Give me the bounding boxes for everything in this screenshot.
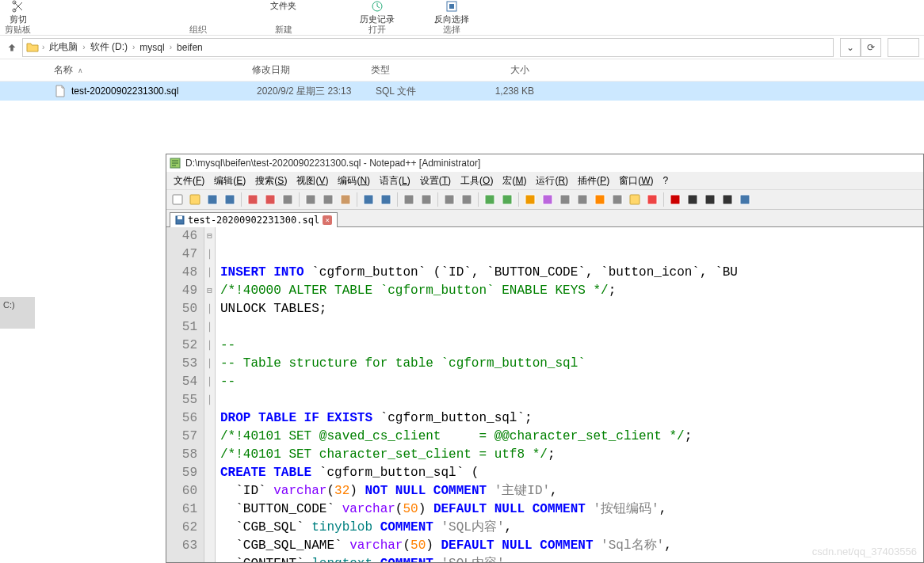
menu-item[interactable]: 插件(P) xyxy=(574,173,613,189)
svg-rect-7 xyxy=(190,195,200,204)
play-multi-icon[interactable] xyxy=(720,192,735,207)
menu-item[interactable]: 语言(L) xyxy=(376,173,414,189)
sync-v-icon[interactable] xyxy=(482,192,498,207)
menu-item[interactable]: 搜索(S) xyxy=(251,173,291,189)
svg-rect-23 xyxy=(502,195,512,204)
save-macro-icon[interactable] xyxy=(737,192,753,207)
svg-rect-15 xyxy=(341,195,350,204)
rec-icon[interactable] xyxy=(667,192,683,207)
column-date[interactable]: 修改日期 xyxy=(252,63,371,77)
chevron-down-icon: ⌄ xyxy=(846,42,854,53)
zoom-out-icon[interactable] xyxy=(459,192,475,207)
play-icon[interactable] xyxy=(702,192,718,207)
menu-item[interactable]: 宏(M) xyxy=(498,173,530,189)
zoom-in-icon[interactable] xyxy=(441,192,457,207)
toolbar xyxy=(166,189,923,210)
menu-item[interactable]: ? xyxy=(659,173,672,188)
cut-icon[interactable] xyxy=(303,192,319,207)
svg-rect-28 xyxy=(595,195,605,204)
breadcrumb-seg-1[interactable]: 软件 (D:) xyxy=(86,40,132,54)
svg-rect-38 xyxy=(178,216,182,219)
svg-rect-34 xyxy=(705,195,715,204)
column-headers: 名称∧ 修改日期 类型 大小 xyxy=(0,59,924,82)
svg-rect-4 xyxy=(449,4,454,9)
nav-tree-item[interactable]: C:) xyxy=(0,297,35,329)
file-name: test-20200902231300.sql xyxy=(71,86,257,97)
close-icon[interactable] xyxy=(245,192,261,207)
monitor-icon[interactable] xyxy=(644,192,660,207)
ribbon-invert-select[interactable]: 反向选择 xyxy=(434,0,469,25)
menu-item[interactable]: 工具(O) xyxy=(456,173,497,189)
tab-bar: test-20200902231300.sql × xyxy=(166,210,923,227)
save-icon[interactable] xyxy=(204,192,220,207)
svg-rect-22 xyxy=(485,195,494,204)
code-editor[interactable]: 464748495051525354555657585960616263 ⊟││… xyxy=(166,227,923,562)
refresh-button[interactable]: ⟳ xyxy=(861,38,881,57)
svg-rect-10 xyxy=(248,195,258,204)
menu-item[interactable]: 视图(V) xyxy=(292,173,332,189)
file-row[interactable]: test-20200902231300.sql 2020/9/2 星期三 23:… xyxy=(0,82,924,101)
doc-map-icon[interactable] xyxy=(592,192,608,207)
column-type[interactable]: 类型 xyxy=(371,63,458,77)
watermark: csdn.net/qq_37403556 xyxy=(812,542,917,561)
folder-view-icon[interactable] xyxy=(627,192,643,207)
breadcrumb-seg-0[interactable]: 此电脑 xyxy=(44,40,82,54)
undo-icon[interactable] xyxy=(361,192,376,207)
svg-rect-35 xyxy=(723,195,732,204)
print-icon[interactable] xyxy=(280,192,296,207)
svg-rect-33 xyxy=(688,195,697,204)
replace-icon[interactable] xyxy=(418,192,434,207)
wrap-icon[interactable] xyxy=(522,192,538,207)
redo-icon[interactable] xyxy=(378,192,394,207)
chars-icon[interactable] xyxy=(540,192,556,207)
column-name[interactable]: 名称∧ xyxy=(54,63,252,77)
menu-item[interactable]: 窗口(W) xyxy=(615,173,657,189)
line-gutter: 464748495051525354555657585960616263 xyxy=(166,227,204,562)
ribbon-cut[interactable]: 剪切 xyxy=(10,0,27,25)
lang-icon[interactable] xyxy=(575,192,590,207)
dropdown-button[interactable]: ⌄ xyxy=(840,38,861,57)
menu-item[interactable]: 编码(N) xyxy=(334,173,374,189)
window-titlebar[interactable]: D:\mysql\beifen\test-20200902231300.sql … xyxy=(166,154,923,172)
menu-item[interactable]: 设置(T) xyxy=(416,173,455,189)
find-icon[interactable] xyxy=(401,192,417,207)
indent-icon[interactable] xyxy=(557,192,573,207)
code-content[interactable]: INSERT INTO `cgform_button` (`ID`, `BUTT… xyxy=(216,227,923,562)
menu-item[interactable]: 文件(F) xyxy=(170,173,208,189)
fold-column: ⊟││⊟││││││ xyxy=(204,227,216,562)
sync-h-icon[interactable] xyxy=(499,192,515,207)
close-all-icon[interactable] xyxy=(262,192,278,207)
svg-rect-20 xyxy=(445,195,454,204)
new-file-icon[interactable] xyxy=(170,192,185,207)
file-date: 2020/9/2 星期三 23:13 xyxy=(257,85,376,98)
svg-rect-36 xyxy=(740,195,750,204)
breadcrumb-seg-3[interactable]: beifen xyxy=(172,42,208,53)
menu-bar: 文件(F)编辑(E)搜索(S)视图(V)编码(N)语言(L)设置(T)工具(O)… xyxy=(166,172,923,189)
up-button[interactable] xyxy=(5,40,19,55)
breadcrumb[interactable]: › 此电脑 › 软件 (D:) › mysql › beifen xyxy=(22,38,834,57)
close-icon[interactable]: × xyxy=(323,215,332,225)
menu-item[interactable]: 编辑(E) xyxy=(210,173,250,189)
column-size[interactable]: 大小 xyxy=(458,63,529,77)
paste-icon[interactable] xyxy=(338,192,353,207)
file-tab[interactable]: test-20200902231300.sql × xyxy=(170,212,338,227)
ribbon-group-new: 新建 xyxy=(275,24,292,36)
svg-rect-26 xyxy=(560,195,570,204)
svg-rect-27 xyxy=(578,195,587,204)
ribbon-folder[interactable]: 文件夹 xyxy=(270,0,296,12)
save-all-icon[interactable] xyxy=(222,192,238,207)
func-list-icon[interactable] xyxy=(609,192,625,207)
svg-rect-30 xyxy=(630,195,640,204)
breadcrumb-seg-2[interactable]: mysql xyxy=(135,42,169,53)
ribbon-history[interactable]: 历史记录 xyxy=(360,0,395,25)
ribbon-group-select: 选择 xyxy=(443,24,460,36)
menu-item[interactable]: 运行(R) xyxy=(532,173,572,189)
svg-rect-21 xyxy=(462,195,472,204)
copy-icon[interactable] xyxy=(320,192,336,207)
svg-rect-12 xyxy=(283,195,292,204)
refresh-icon: ⟳ xyxy=(867,42,875,53)
stop-icon[interactable] xyxy=(685,192,701,207)
search-input[interactable] xyxy=(888,38,919,57)
open-icon[interactable] xyxy=(187,192,203,207)
sort-indicator-icon: ∧ xyxy=(78,67,83,74)
